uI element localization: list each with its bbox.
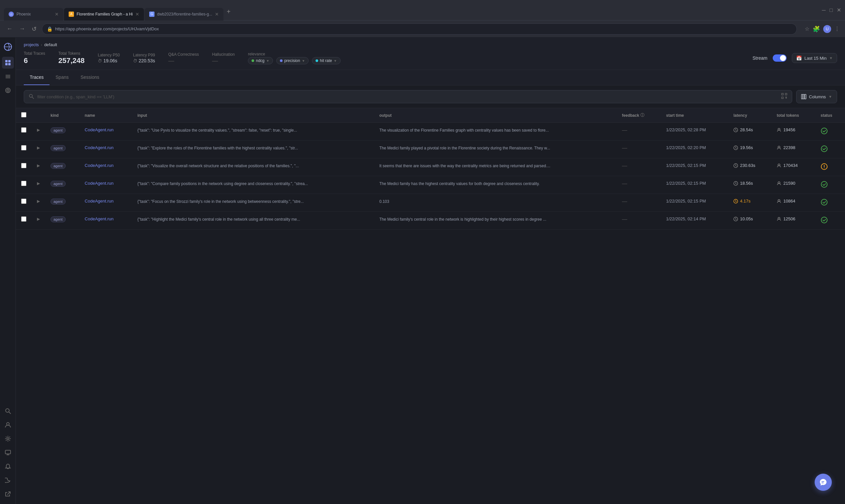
sidebar-icon-settings[interactable] <box>2 433 14 445</box>
row-checkbox-4[interactable] <box>21 199 27 204</box>
col-header-latency: latency <box>728 108 771 123</box>
badge-label-precision: precision <box>284 58 300 63</box>
expand-button-2[interactable]: ▶ <box>37 163 40 168</box>
expand-button-4[interactable]: ▶ <box>37 199 40 203</box>
expand-button-3[interactable]: ▶ <box>37 181 40 186</box>
chat-button[interactable] <box>815 474 832 491</box>
filter-input[interactable] <box>37 94 778 99</box>
sidebar-icon-bell[interactable] <box>2 461 14 472</box>
col-header-feedback: feedback ⓘ <box>617 108 661 123</box>
name-link-1[interactable]: CodeAgent.run <box>85 145 113 150</box>
browser-tab-git[interactable]: G dwb2023/florentine-families-g... ✕ <box>145 8 224 20</box>
breadcrumb-projects[interactable]: projects <box>24 42 39 47</box>
row-checkbox-2[interactable] <box>21 163 27 168</box>
profile-icon[interactable]: U <box>823 25 831 33</box>
browser-tab-florentine[interactable]: A Florentine Families Graph - a Hi ✕ <box>64 8 144 20</box>
name-link-0[interactable]: CodeAgent.run <box>85 127 113 132</box>
sidebar-icon-grid[interactable] <box>2 57 14 69</box>
cell-kind-0: agent <box>45 123 80 141</box>
clock-icon-2 <box>734 163 738 168</box>
cell-output-0: The visualization of the Florentine Fami… <box>374 123 617 141</box>
stream-toggle[interactable] <box>773 54 787 62</box>
menu-icon[interactable]: ⋮ <box>834 26 840 32</box>
metric-hallucination: Hallucination — <box>212 52 235 64</box>
row-checkbox-3[interactable] <box>21 181 27 186</box>
svg-rect-1 <box>8 60 11 62</box>
traces-table: kind name input output feedback ⓘ start … <box>16 108 845 230</box>
sidebar-icon-export[interactable] <box>2 488 14 500</box>
expand-button-1[interactable]: ▶ <box>37 145 40 150</box>
window-minimize[interactable]: ─ <box>822 7 826 13</box>
table-body: ▶ agent CodeAgent.run {"task": "Use Pyvi… <box>16 123 845 230</box>
table-row: ▶ agent CodeAgent.run {"task": "Explore … <box>16 141 845 158</box>
col-header-start-time: start time <box>661 108 728 123</box>
cell-status-5 <box>815 212 845 230</box>
cell-tokens-5: 12506 <box>771 212 815 230</box>
forward-button[interactable]: → <box>18 24 27 34</box>
col-header-name: name <box>80 108 133 123</box>
clock-icon-3 <box>734 181 738 186</box>
expand-button-5[interactable]: ▶ <box>37 217 40 221</box>
new-tab-button[interactable]: + <box>224 8 233 16</box>
name-link-5[interactable]: CodeAgent.run <box>85 216 113 221</box>
tokens-value-1: 22398 <box>783 145 795 150</box>
name-link-2[interactable]: CodeAgent.run <box>85 163 113 168</box>
cell-expand-5: ▶ <box>32 212 45 230</box>
sidebar-icon-search[interactable] <box>2 405 14 417</box>
svg-rect-3 <box>8 63 11 65</box>
window-close[interactable]: ✕ <box>837 7 841 13</box>
extensions-icon[interactable]: 🧩 <box>813 25 820 33</box>
svg-line-20 <box>32 97 34 98</box>
columns-label: Columns <box>809 94 826 99</box>
sidebar-icon-moon[interactable] <box>2 474 14 486</box>
name-link-3[interactable]: CodeAgent.run <box>85 181 113 186</box>
sidebar-icon-user[interactable] <box>2 419 14 431</box>
tab-close-phoenix[interactable]: ✕ <box>55 12 59 17</box>
sidebar-icon-monitor[interactable] <box>2 447 14 458</box>
input-text-5: {"task": "Highlight the Medici family's … <box>137 216 369 222</box>
back-button[interactable]: ← <box>5 24 14 34</box>
window-maximize[interactable]: □ <box>829 7 833 13</box>
output-text-1: The Medici family played a pivotal role … <box>379 145 611 151</box>
name-link-4[interactable]: CodeAgent.run <box>85 199 113 203</box>
expand-button-0[interactable]: ▶ <box>37 128 40 132</box>
tokens-value-5: 12506 <box>783 216 795 221</box>
metric-qa-value: — <box>168 57 199 64</box>
sidebar-icon-list[interactable] <box>2 71 14 83</box>
cell-latency-5: 10.05s <box>728 212 771 230</box>
latency-value-2: 230.63s <box>740 163 755 168</box>
tab-close-git[interactable]: ✕ <box>215 12 219 17</box>
sidebar-icon-target[interactable] <box>2 85 14 96</box>
tab-traces[interactable]: Traces <box>24 70 50 85</box>
relevance-badge-ndcg[interactable]: ndcg ▼ <box>248 57 273 64</box>
col-header-status: status <box>815 108 845 123</box>
bookmark-icon[interactable]: ☆ <box>805 26 809 32</box>
tab-favicon-phoenix <box>8 12 14 17</box>
start-time-value-4: 1/22/2025, 02:15 PM <box>666 199 706 203</box>
tabs-bar: Traces Spans Sessions <box>16 70 845 86</box>
feedback-value-3: — <box>622 181 627 186</box>
filter-scan-icon[interactable] <box>781 93 787 100</box>
cell-name-3: CodeAgent.run <box>80 176 133 194</box>
row-checkbox-0[interactable] <box>21 127 27 132</box>
select-all-checkbox[interactable] <box>21 112 27 118</box>
tab-close-florentine[interactable]: ✕ <box>135 12 139 17</box>
cell-checkbox-3 <box>16 176 32 194</box>
svg-point-8 <box>7 89 9 91</box>
date-picker[interactable]: 📅 Last 15 Min ▼ <box>792 53 837 63</box>
start-time-value-1: 1/22/2025, 02:20 PM <box>666 145 706 150</box>
toggle-knob <box>780 55 786 61</box>
columns-button[interactable]: Columns ▼ <box>796 90 837 103</box>
browser-tab-phoenix[interactable]: Phoenix ✕ <box>4 8 64 20</box>
tab-sessions[interactable]: Sessions <box>75 70 105 85</box>
metric-qa-correctness: Q&A Correctness — <box>168 52 199 64</box>
address-bar[interactable]: 🔒 https://app.phoenix.arize.com/projects… <box>42 23 797 35</box>
breadcrumb-current: default <box>44 42 57 47</box>
tab-spans[interactable]: Spans <box>50 70 75 85</box>
metric-relevance-label: relevance <box>248 52 340 56</box>
row-checkbox-5[interactable] <box>21 216 27 222</box>
reload-button[interactable]: ↺ <box>30 24 38 34</box>
relevance-badge-precision[interactable]: precision ▼ <box>276 57 309 64</box>
relevance-badge-hitrate[interactable]: hit rate ▼ <box>312 57 341 64</box>
row-checkbox-1[interactable] <box>21 145 27 150</box>
